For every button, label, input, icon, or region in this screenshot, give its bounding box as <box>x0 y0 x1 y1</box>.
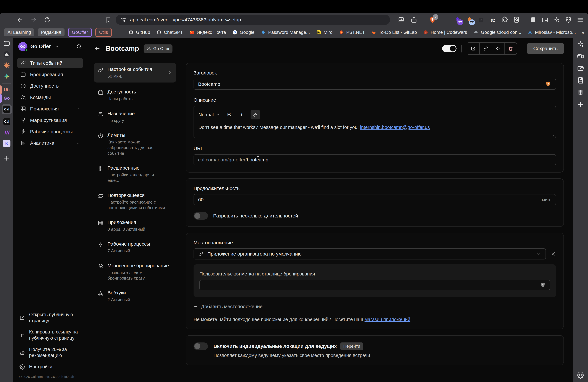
add-panel-plus-icon[interactable] <box>577 101 584 108</box>
reading-list-icon[interactable] <box>577 89 584 96</box>
brave-shield-button[interactable]: 2 <box>429 16 436 23</box>
back-icon[interactable] <box>16 16 23 23</box>
setup-nav-item[interactable]: Назначение По кругу <box>94 108 176 126</box>
setup-nav-item[interactable]: Лимиты Как часто можно забронировать для… <box>94 130 176 159</box>
cal-tab[interactable]: Cal <box>3 118 10 125</box>
reload-icon[interactable] <box>44 16 51 23</box>
sidebar-footer-item[interactable]: Получите 20% за рекомендацию <box>17 344 83 361</box>
text-style-dropdown[interactable]: Normal <box>198 112 220 117</box>
purple-m-tab-icon[interactable] <box>3 129 10 136</box>
setup-nav-item[interactable]: Мгновенное бронирование Позвольте людям … <box>94 260 176 284</box>
bookmark-item[interactable]: Яндекс Почта <box>189 30 226 35</box>
password-manager-shield-icon[interactable] <box>540 282 546 288</box>
bookmarks-book-icon[interactable] <box>577 77 584 84</box>
description-editor[interactable]: Normal B I Don't see a time that work <box>193 106 556 138</box>
paper-boat-tab-icon[interactable] <box>3 51 10 58</box>
app-store-link[interactable]: магазин приложений <box>365 317 410 322</box>
sidebar-footer-item[interactable]: Открыть публичную страницу <box>17 309 83 326</box>
forward-icon[interactable] <box>30 16 37 23</box>
puzzle-icon[interactable] <box>501 16 508 23</box>
copy-link-button[interactable] <box>479 43 492 54</box>
new-tab-plus-icon[interactable] <box>3 154 10 162</box>
site-settings-icon[interactable] <box>120 17 126 23</box>
duration-input[interactable]: 60 мин. <box>193 194 556 205</box>
menu-hamburger-icon[interactable] <box>577 16 584 23</box>
resize-handle-icon[interactable] <box>550 133 554 137</box>
bookmark-item[interactable]: Miro <box>316 30 332 35</box>
bookmark-item[interactable]: To-Do List · GitLab <box>371 30 417 35</box>
bookmark-item[interactable]: PST.NET <box>339 30 365 35</box>
bookmark-item[interactable]: ChatGPT <box>156 30 183 35</box>
sidebar-nav-item[interactable]: Маршрутизация <box>17 115 83 125</box>
cal-tab-active[interactable]: Cal <box>2 104 12 114</box>
workspace-utils-label[interactable]: Uti <box>0 87 13 92</box>
individual-locations-toggle[interactable] <box>193 342 208 350</box>
bookmark-chip[interactable]: Редакция <box>38 28 64 36</box>
bookmarks-overflow-chevron[interactable]: » <box>582 29 584 35</box>
wallet-icon[interactable] <box>577 64 584 72</box>
custom-label-input[interactable] <box>199 280 550 290</box>
search-icon[interactable] <box>76 44 82 49</box>
leo-sparkle-icon[interactable] <box>577 40 584 48</box>
bookmark-item[interactable]: Password Manage... <box>261 30 310 35</box>
sidebar-nav-item[interactable]: Приложения <box>17 104 83 114</box>
share-icon[interactable] <box>410 16 418 23</box>
ae-extension-icon[interactable]: æ <box>489 16 497 23</box>
location-select[interactable]: Приложение организатора по умолчанию <box>193 248 546 259</box>
add-location-button[interactable]: Добавить местоположение <box>193 304 556 309</box>
setup-nav-item[interactable]: Расширенные Настройки календаря и ещё... <box>94 163 176 186</box>
go-to-badge[interactable]: Перейти <box>340 342 363 350</box>
save-to-device-icon[interactable] <box>398 16 405 23</box>
title-input[interactable]: Bootcamp <box>193 79 556 90</box>
password-manager-shield-icon[interactable] <box>545 81 551 87</box>
setup-nav-item[interactable]: Приложения 0 apps, 0 Активный <box>94 217 176 235</box>
setup-nav-item[interactable]: Доступность Часы работы <box>94 86 176 104</box>
bookmark-item[interactable]: Miroslav - Microso... <box>527 30 576 35</box>
bookmark-flag-icon[interactable] <box>105 16 112 23</box>
event-enabled-toggle[interactable] <box>442 45 457 52</box>
url-bar[interactable]: app.cal.com/event-types/4743338?tabName=… <box>116 15 390 25</box>
setup-nav-item[interactable]: Настройка события 60 мин. <box>94 63 176 83</box>
setup-nav-item[interactable]: Вебхуки 2 Активный <box>94 287 176 305</box>
orange-burst-tab-icon[interactable] <box>3 62 10 69</box>
bold-button[interactable]: B <box>226 112 232 118</box>
bookmark-item[interactable]: Google Cloud con... <box>473 30 521 35</box>
bookmark-chip[interactable]: AI Learning <box>4 28 34 36</box>
setup-nav-item[interactable]: Повторяющееся Настройте расписание с пов… <box>94 190 176 213</box>
archive-search-icon[interactable] <box>513 16 520 23</box>
extension-orange-button[interactable]: 22 <box>466 16 473 23</box>
leo-ai-sparkle-icon[interactable] <box>553 16 560 23</box>
sidebar-nav-item[interactable]: Команды <box>17 92 83 103</box>
remove-location-icon[interactable] <box>550 251 556 257</box>
vpn-shield-icon[interactable] <box>565 16 572 23</box>
bookmark-chip[interactable]: Utils <box>95 28 112 37</box>
bookmark-item[interactable]: GitHub <box>128 30 150 35</box>
sidebar-nav-item[interactable]: Аналитика <box>17 138 83 148</box>
k-logo-tab[interactable]: K <box>3 140 10 147</box>
italic-button[interactable]: I <box>238 112 245 118</box>
gemini-tab-icon[interactable] <box>3 73 10 80</box>
sidebar-nav-item[interactable]: Рабочие процессы <box>17 127 83 137</box>
back-arrow-icon[interactable] <box>94 45 101 52</box>
bookmark-item[interactable]: Home | Codewars <box>423 30 467 35</box>
video-camera-icon[interactable] <box>577 52 584 60</box>
wallet-icon[interactable] <box>541 16 548 23</box>
rail-settings-gear-icon[interactable] <box>577 371 584 379</box>
setup-nav-item[interactable]: Рабочие процессы 7 Активный <box>94 238 176 256</box>
save-button[interactable]: Сохранить <box>527 43 564 54</box>
sidebar-nav-item[interactable]: Типы событий <box>17 58 83 68</box>
sidebar-toggle-icon[interactable] <box>3 40 10 47</box>
workspace-gooffer-label[interactable]: Go <box>0 96 13 101</box>
delete-button[interactable] <box>504 43 517 54</box>
extension-diamond-button[interactable]: 22 <box>454 16 461 23</box>
multi-duration-toggle[interactable] <box>193 212 208 220</box>
sidebar-panel-icon[interactable] <box>529 16 537 23</box>
embed-button[interactable] <box>492 43 504 54</box>
sidebar-footer-item[interactable]: Настройки <box>17 361 83 372</box>
url-input[interactable]: cal.com/team/go-offer/bootcamp <box>193 154 556 165</box>
insert-link-button[interactable] <box>251 110 260 119</box>
sidebar-footer-item[interactable]: Копировать ссылку на публичную страницу <box>17 326 83 344</box>
sidebar-nav-item[interactable]: Бронирования <box>17 69 83 80</box>
dimmed-extension-icon[interactable] <box>478 16 485 23</box>
description-text[interactable]: Don't see a time that works? Message our… <box>194 121 556 138</box>
